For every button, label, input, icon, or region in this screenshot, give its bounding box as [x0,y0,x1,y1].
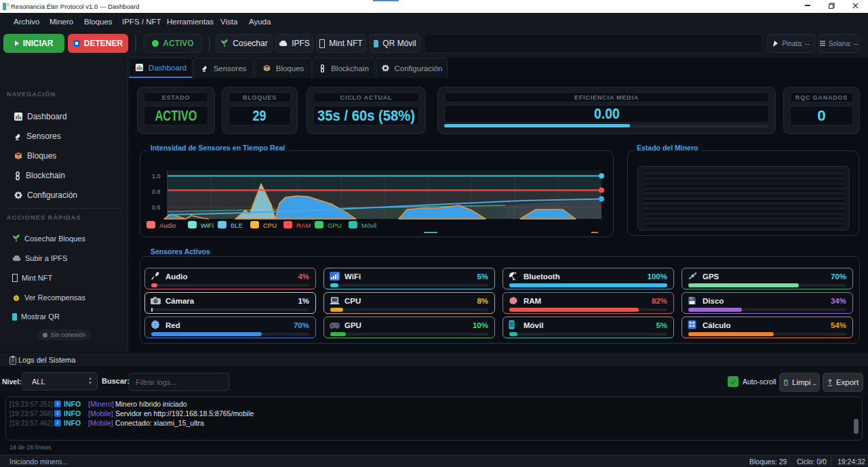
svg-text:0.8: 0.8 [152,188,161,195]
svg-text:1.0: 1.0 [152,173,161,180]
svg-text:0.6: 0.6 [152,204,161,211]
